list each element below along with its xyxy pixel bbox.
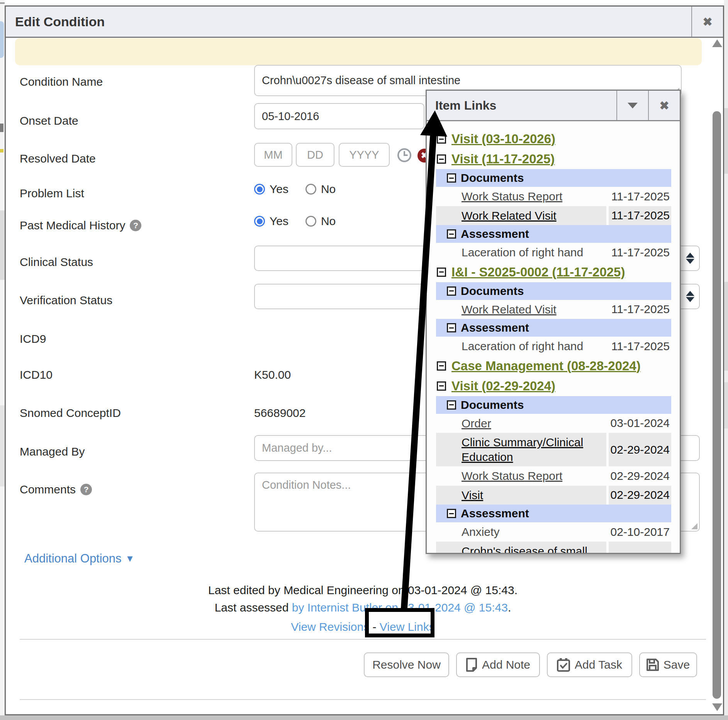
onset-date-label: Onset Date (20, 114, 78, 127)
chevron-down-icon: ▼ (126, 553, 135, 564)
item-date: 11-17-2025 (609, 243, 671, 262)
item-link[interactable]: Order (436, 414, 606, 433)
link-separator: - (369, 620, 380, 633)
item-date: 02-10-2017 (609, 522, 671, 542)
tree-section-row: Assessment (436, 225, 671, 243)
item-link[interactable]: Work Status Report (436, 187, 606, 206)
last-assessed-text: Last assessed by Internist Butler on 03-… (20, 601, 706, 614)
collapse-icon[interactable] (437, 268, 446, 277)
item-label: Anxiety (436, 522, 606, 542)
select-stepper-icon[interactable] (686, 291, 694, 302)
scrollbar-thumb[interactable] (713, 111, 721, 699)
help-icon[interactable]: ? (130, 220, 141, 231)
tree-item-row: Crohn's disease of small intestine05-10-… (436, 542, 671, 553)
item-links-title: Item Links (427, 98, 616, 113)
add-task-button[interactable]: Add Task (547, 652, 632, 677)
save-button[interactable]: Save (639, 652, 697, 677)
collapse-icon[interactable] (437, 154, 446, 164)
comments-placeholder: Condition Notes... (262, 479, 351, 491)
icd10-label: ICD10 (20, 368, 53, 381)
item-links-header: Item Links ✖ (427, 91, 680, 121)
item-link[interactable]: Work Status Report (436, 466, 606, 486)
collapse-icon[interactable] (447, 323, 456, 332)
collapse-icon[interactable] (447, 229, 456, 239)
section-label: Assessment (461, 227, 529, 241)
collapse-icon[interactable] (437, 381, 446, 391)
screenshot-root: { "modal": { "title": "Edit Condition", … (0, 0, 728, 720)
pmh-yes-radio[interactable]: Yes (254, 215, 288, 228)
add-note-button[interactable]: Add Note (456, 652, 540, 677)
condition-name-value: Crohn\u0027s disease of small intestine (262, 74, 460, 87)
tree-session-row: I&I - S2025-0002 (11-17-2025) (436, 262, 671, 282)
tree-session-row: Visit (02-29-2024) (436, 376, 671, 396)
background-artifact (0, 21, 4, 58)
tree-section-row: Assessment (436, 319, 671, 337)
tree-section-row: Documents (436, 396, 671, 414)
tree-section-row: Documents (436, 169, 671, 187)
last-assessed-link[interactable]: by Internist Butler on 03-01-2024 @ 15:4… (292, 601, 508, 614)
resolve-now-button[interactable]: Resolve Now (364, 652, 449, 677)
session-link[interactable]: Visit (02-29-2024) (451, 379, 555, 393)
collapse-icon[interactable] (447, 509, 456, 518)
collapse-icon[interactable] (437, 361, 446, 371)
background-artifact (724, 282, 728, 371)
collapse-icon[interactable] (447, 173, 456, 183)
help-icon[interactable]: ? (80, 484, 92, 495)
revisions-links-row: View Revisions - View Links (20, 620, 706, 634)
problem-list-no-radio[interactable]: No (305, 183, 336, 196)
tree-item-row: Work Related Visit11-17-2025 (436, 206, 671, 225)
pmh-no-radio[interactable]: No (305, 215, 336, 228)
radio-unselected-icon (305, 184, 316, 195)
item-date: 02-29-2024 (609, 486, 671, 505)
background-artifact (0, 124, 3, 132)
session-link[interactable]: Visit (11-17-2025) (451, 152, 555, 166)
view-links-link[interactable]: View Links (380, 620, 435, 633)
collapse-icon[interactable] (447, 400, 456, 410)
tree-item-row: Laceration of right hand11-17-2025 (436, 337, 671, 356)
item-link[interactable]: Clinic Summary/Clinical Education (436, 433, 606, 466)
item-label: Laceration of right hand (436, 243, 606, 262)
view-revisions-link[interactable]: View Revisions (291, 620, 369, 633)
resolved-date-label: Resolved Date (20, 152, 96, 165)
resolved-month-input[interactable]: MM (254, 143, 292, 167)
problem-list-yes-radio[interactable]: Yes (254, 183, 288, 196)
tree-item-row: Visit02-29-2024 (436, 486, 671, 505)
resolved-year-input[interactable]: YYYY (339, 143, 390, 167)
scrollbar-up-arrow[interactable] (712, 39, 722, 47)
section-label: Documents (461, 398, 524, 412)
last-assessed-suffix: . (508, 601, 511, 614)
resize-grip-icon[interactable] (691, 523, 697, 529)
calendar-check-icon (557, 658, 570, 672)
onset-date-input[interactable]: 05-10-2016 (254, 103, 424, 129)
select-stepper-icon[interactable] (686, 253, 694, 264)
popup-close-button[interactable]: ✖ (648, 91, 680, 120)
verification-status-label: Verification Status (20, 294, 112, 307)
footer-divider (20, 639, 706, 640)
page-background-right (724, 0, 728, 720)
item-link[interactable]: Visit (436, 486, 606, 505)
collapse-icon[interactable] (437, 134, 446, 144)
tree-session-row: Visit (11-17-2025) (436, 149, 671, 169)
item-date: 05-10-2016 (609, 542, 671, 553)
section-label: Assessment (461, 507, 529, 520)
session-link[interactable]: Case Management (08-28-2024) (451, 359, 641, 373)
icd9-label: ICD9 (20, 332, 46, 346)
past-medical-history-radiogroup: Yes No (254, 215, 336, 228)
scrollbar-down-arrow[interactable] (712, 703, 722, 711)
item-date: 11-17-2025 (609, 206, 671, 225)
popup-minimize-button[interactable] (616, 91, 648, 120)
item-link[interactable]: Work Related Visit (436, 206, 606, 225)
tree-item-row: Laceration of right hand11-17-2025 (436, 243, 671, 262)
clock-icon[interactable] (397, 148, 412, 163)
snomed-value: 56689002 (254, 407, 305, 420)
modal-close-button[interactable]: ✖ (691, 7, 723, 37)
background-artifact (0, 149, 3, 152)
additional-options-link[interactable]: Additional Options ▼ (24, 552, 134, 566)
snomed-label: Snomed ConceptID (20, 407, 121, 420)
resolved-day-input[interactable]: DD (296, 143, 334, 167)
comments-label: Comments ? (20, 483, 92, 496)
session-link[interactable]: Visit (03-10-2026) (451, 132, 555, 146)
session-link[interactable]: I&I - S2025-0002 (11-17-2025) (451, 265, 625, 280)
collapse-icon[interactable] (447, 286, 456, 296)
item-link[interactable]: Work Related Visit (436, 300, 606, 319)
